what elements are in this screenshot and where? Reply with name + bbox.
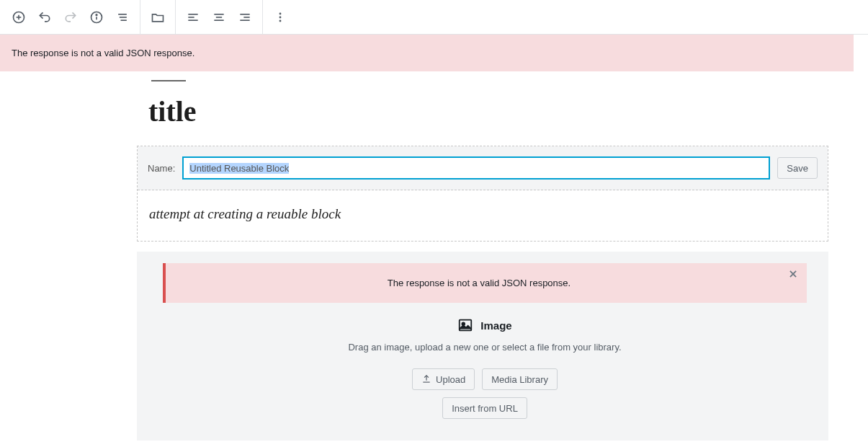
align-right-icon [238,10,252,25]
toolbar-group-more [267,0,293,34]
image-block-actions: Upload Media Library [163,368,807,390]
align-left-button[interactable] [180,4,206,30]
more-options-button[interactable] [267,4,293,30]
transform-button[interactable] [145,4,171,30]
close-icon [788,269,798,279]
svg-point-18 [279,12,282,14]
upload-button[interactable]: Upload [412,368,475,390]
toolbar-divider [175,0,176,34]
post-title[interactable]: title [148,94,828,128]
media-library-label: Media Library [491,374,548,385]
image-block-heading: Image [163,317,807,333]
redo-button[interactable] [58,4,84,30]
align-left-icon [186,10,200,25]
media-library-button[interactable]: Media Library [482,368,558,390]
align-right-button[interactable] [232,4,258,30]
insert-from-url-label: Insert from URL [452,403,518,414]
block-error-notice: The response is not a valid JSON respons… [163,263,807,303]
toolbar-divider [262,0,263,34]
image-block-label: Image [480,319,511,332]
image-block-placeholder: The response is not a valid JSON respons… [137,252,828,441]
redo-icon [63,10,78,25]
block-error-text: The response is not a valid JSON respons… [388,278,571,288]
image-block-instructions: Drag an image, upload a new one or selec… [163,342,807,353]
undo-icon [37,10,52,25]
plus-circle-icon [12,10,26,25]
list-icon [115,10,130,25]
undo-button[interactable] [32,4,58,30]
title-handle [151,80,186,81]
svg-point-20 [279,19,282,22]
align-center-button[interactable] [206,4,232,30]
toolbar-group-align [180,0,258,34]
info-button[interactable] [84,4,109,30]
svg-point-5 [96,14,97,15]
editor-content: title Name: Save attempt at creating a r… [137,71,828,441]
add-block-button[interactable] [6,4,32,30]
outline-button[interactable] [109,4,135,30]
info-icon [89,10,104,25]
reusable-name-input[interactable] [182,156,770,180]
image-icon [457,317,473,333]
folder-icon [151,10,165,25]
image-block-actions-2: Insert from URL [163,397,807,419]
toolbar-divider [140,0,140,34]
toolbar-group-block [145,0,171,34]
reusable-block-body: attempt at creating a reuable block [138,190,828,241]
paragraph-block[interactable]: attempt at creating a reuable block [149,206,816,222]
global-error-notice: The response is not a valid JSON respons… [0,35,854,71]
reusable-block: Name: Save attempt at creating a reuable… [137,146,828,242]
editor-toolbar [0,0,868,35]
reusable-block-header: Name: Save [138,146,828,190]
name-label: Name: [148,163,175,174]
upload-icon [421,374,431,384]
ellipsis-vertical-icon [273,10,287,25]
save-button[interactable]: Save [777,157,818,179]
dismiss-error-button[interactable] [788,269,798,279]
insert-from-url-button[interactable]: Insert from URL [442,397,527,419]
toolbar-group-history [6,0,135,34]
svg-point-19 [279,16,282,18]
upload-button-label: Upload [436,374,465,385]
align-center-icon [212,10,226,25]
